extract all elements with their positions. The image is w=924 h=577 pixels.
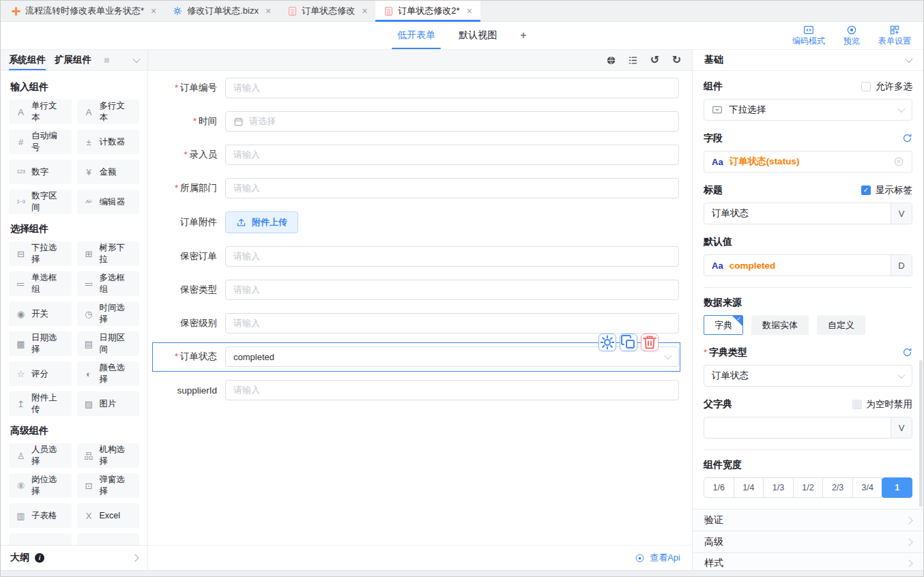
width-option[interactable]: 1/3 bbox=[763, 477, 794, 498]
view-tab[interactable]: 低开表单 bbox=[396, 22, 437, 49]
default-value-mode-button[interactable]: D bbox=[891, 255, 912, 276]
circle-x-icon[interactable] bbox=[893, 156, 904, 167]
parent-dict-variable-button[interactable]: V bbox=[891, 417, 912, 438]
palette-item[interactable]: ▦日期选择 bbox=[9, 331, 72, 356]
palette-item[interactable]: ±计数器 bbox=[77, 130, 140, 154]
width-option[interactable]: 1/4 bbox=[734, 477, 764, 498]
palette-item[interactable]: 123数字 bbox=[9, 160, 72, 184]
text-input[interactable]: 请输入 bbox=[225, 380, 679, 400]
palette-item[interactable]: ≔单选框组 bbox=[9, 271, 72, 296]
view-tab[interactable]: 默认视图 bbox=[457, 22, 498, 49]
close-icon[interactable]: × bbox=[362, 6, 367, 16]
dict-type-select[interactable]: 订单状态 bbox=[704, 365, 912, 387]
form-field-row[interactable]: *录入员请输入 bbox=[153, 145, 679, 165]
text-input[interactable]: 请输入 bbox=[225, 78, 679, 98]
palette-item[interactable]: ▥子表格 bbox=[9, 503, 72, 528]
palette-item[interactable]: ⑧岗位选择 bbox=[9, 473, 72, 498]
palette-item[interactable]: A≡编辑器 bbox=[77, 190, 140, 214]
window-tab[interactable]: 订单状态修改2*× bbox=[375, 1, 480, 21]
palette-item[interactable]: ⊟下拉选择 bbox=[9, 241, 72, 266]
allow-multi-checkbox[interactable]: 允许多选 bbox=[861, 80, 912, 93]
date-input[interactable]: 请选择 bbox=[225, 111, 679, 132]
outline-icon[interactable] bbox=[627, 55, 639, 66]
datasource-option[interactable]: 自定义 bbox=[817, 315, 865, 335]
undo-icon[interactable]: ↺ bbox=[649, 55, 661, 66]
chevron-down-icon[interactable] bbox=[132, 55, 140, 63]
palette-item-clipped[interactable] bbox=[9, 533, 72, 545]
palette-item[interactable]: ↥附件上传 bbox=[9, 391, 72, 416]
delete-field-button[interactable] bbox=[641, 334, 659, 351]
palette-item[interactable]: A单行文本 bbox=[9, 100, 72, 124]
form-field-row[interactable]: *订单编号请输入 bbox=[153, 78, 679, 98]
show-label-checkbox[interactable]: 显示标签 bbox=[861, 184, 912, 196]
width-option[interactable]: 1/6 bbox=[704, 477, 734, 498]
text-input[interactable]: 请输入 bbox=[225, 178, 679, 198]
text-input[interactable]: 请输入 bbox=[225, 246, 679, 267]
refresh-icon[interactable] bbox=[902, 133, 912, 143]
window-tab[interactable]: 流程流转时修改表单业务状态*× bbox=[3, 1, 164, 21]
form-field-row[interactable]: 保密级别请输入 bbox=[153, 313, 679, 334]
palette-item[interactable]: XExcel bbox=[77, 503, 140, 528]
width-option[interactable]: 2/3 bbox=[822, 477, 853, 498]
form-field-row[interactable]: *订单状态completed bbox=[153, 346, 679, 367]
close-icon[interactable]: × bbox=[265, 6, 271, 16]
form-field-row[interactable]: 保密订单请输入 bbox=[153, 246, 679, 267]
datasource-option[interactable]: 数据实体 bbox=[751, 315, 809, 335]
form-field-row[interactable]: *时间请选择 bbox=[153, 111, 679, 132]
form-field-row[interactable]: supplierId请输入 bbox=[153, 380, 679, 400]
globe-icon[interactable] bbox=[605, 55, 617, 66]
copy-field-button[interactable] bbox=[620, 334, 637, 351]
redo-icon[interactable]: ↻ bbox=[671, 55, 682, 66]
field-binding-box[interactable]: Aa 订单状态(status) bbox=[704, 151, 912, 173]
palette-item[interactable]: A多行文本 bbox=[77, 100, 140, 124]
close-icon[interactable]: × bbox=[151, 6, 156, 16]
palette-item[interactable]: ◷时间选择 bbox=[77, 301, 140, 326]
panel-section-collapsed[interactable]: 验证 bbox=[693, 509, 923, 531]
palette-item[interactable]: ▨图片 bbox=[77, 391, 140, 416]
component-type-select[interactable]: 下拉选择 bbox=[704, 99, 912, 121]
palette-item[interactable]: 品机构选择 bbox=[77, 443, 140, 468]
default-value-input[interactable]: Aa completed bbox=[704, 255, 891, 276]
refresh-icon[interactable] bbox=[902, 347, 912, 357]
form-field-row[interactable]: 保密类型请输入 bbox=[153, 280, 679, 300]
title-input[interactable]: 订单状态 bbox=[704, 203, 891, 224]
palette-item-clipped[interactable] bbox=[77, 533, 140, 545]
palette-item[interactable]: ▤日期区间 bbox=[77, 331, 140, 356]
attachment-upload-button[interactable]: 附件上传 bbox=[225, 211, 298, 233]
panel-section-collapsed[interactable]: 样式 bbox=[693, 552, 923, 570]
field-settings-button[interactable] bbox=[598, 334, 616, 351]
panel-section-basic[interactable]: 基础 bbox=[693, 50, 923, 71]
palette-item[interactable]: ⊡弹窗选择 bbox=[77, 473, 140, 498]
palette-item[interactable]: ¥金额 bbox=[77, 160, 140, 184]
palette-item[interactable]: ⊞树形下拉 bbox=[77, 241, 140, 266]
window-tab[interactable]: 修改订单状态.bizx× bbox=[164, 1, 279, 21]
palette-item[interactable]: 1~3数字区间 bbox=[9, 190, 72, 214]
palette-tab-system[interactable]: 系统组件 bbox=[9, 50, 46, 70]
width-option[interactable]: 1/2 bbox=[793, 477, 824, 498]
disable-when-empty-checkbox[interactable]: 为空时禁用 bbox=[852, 398, 913, 411]
form-field-row[interactable]: 订单附件附件上传 bbox=[153, 211, 679, 233]
header-action[interactable]: 编码模式 bbox=[792, 25, 825, 46]
scrollbar[interactable] bbox=[919, 360, 923, 507]
palette-item[interactable]: ♙人员选择 bbox=[9, 443, 72, 468]
outline-footer[interactable]: 大纲 i bbox=[1, 545, 147, 570]
width-option[interactable]: 1 bbox=[882, 477, 912, 498]
palette-item[interactable]: ☆评分 bbox=[9, 361, 72, 386]
text-input[interactable]: 请输入 bbox=[225, 313, 679, 334]
window-tab[interactable]: 订单状态修改× bbox=[279, 1, 375, 21]
view-api-link[interactable]: 查看Api bbox=[148, 545, 692, 570]
text-input[interactable]: 请输入 bbox=[225, 145, 679, 165]
palette-item[interactable]: #自动编号 bbox=[9, 130, 72, 154]
palette-item[interactable]: ≕多选框组 bbox=[77, 271, 140, 296]
add-view-tab[interactable]: + bbox=[519, 22, 528, 49]
text-input[interactable]: 请输入 bbox=[225, 280, 679, 300]
title-variable-button[interactable]: V bbox=[891, 203, 912, 224]
palette-item[interactable]: ◉开关 bbox=[9, 301, 72, 326]
header-action[interactable]: 预览 bbox=[843, 25, 860, 46]
close-icon[interactable]: × bbox=[467, 6, 472, 16]
width-option[interactable]: 3/4 bbox=[852, 477, 883, 498]
header-action[interactable]: 表单设置 bbox=[878, 25, 911, 46]
palette-tab-extended[interactable]: 扩展组件 bbox=[55, 50, 91, 70]
datasource-option[interactable]: 字典 bbox=[704, 315, 743, 335]
parent-dict-input[interactable] bbox=[704, 417, 891, 438]
